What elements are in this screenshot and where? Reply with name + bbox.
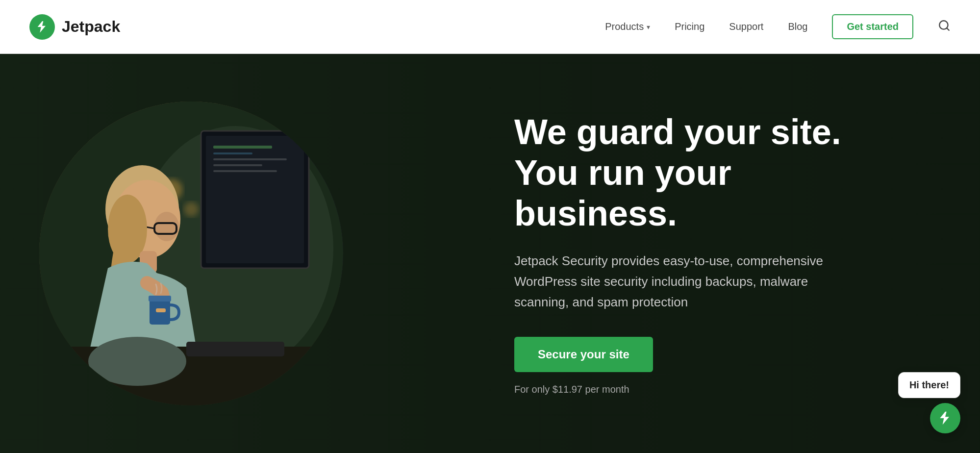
hero-section: We guard your site. You run your busines… xyxy=(0,54,980,453)
navbar: Jetpack Products ▾ Pricing Support Blog … xyxy=(0,0,980,54)
logo-text: Jetpack xyxy=(62,18,120,36)
nav-pricing[interactable]: Pricing xyxy=(675,21,704,32)
svg-rect-6 xyxy=(213,146,272,149)
search-icon[interactable] xyxy=(938,19,951,35)
svg-rect-9 xyxy=(213,164,262,166)
chevron-down-icon: ▾ xyxy=(647,23,650,31)
svg-rect-10 xyxy=(213,170,277,172)
svg-rect-5 xyxy=(206,136,304,263)
nav-blog-label: Blog xyxy=(788,21,807,32)
svg-point-26 xyxy=(88,337,186,386)
hero-headline-line1: We guard your site. xyxy=(514,112,841,151)
chat-button[interactable] xyxy=(930,403,960,433)
svg-rect-7 xyxy=(213,152,252,154)
nav-products-label: Products xyxy=(605,21,644,32)
get-started-button[interactable]: Get started xyxy=(832,14,913,39)
hero-headline-line2: You run your business. xyxy=(514,153,731,233)
nav-links: Products ▾ Pricing Support Blog Get star… xyxy=(605,14,951,39)
jetpack-logo-icon xyxy=(29,14,55,40)
svg-rect-22 xyxy=(149,296,171,302)
nav-support-label: Support xyxy=(729,21,763,32)
hero-headline: We guard your site. You run your busines… xyxy=(514,112,882,233)
svg-rect-25 xyxy=(186,342,284,356)
nav-blog[interactable]: Blog xyxy=(788,21,807,32)
svg-point-12 xyxy=(184,202,199,217)
nav-products[interactable]: Products ▾ xyxy=(605,21,650,32)
svg-rect-8 xyxy=(213,158,287,160)
secure-site-button[interactable]: Secure your site xyxy=(514,337,653,372)
price-note: For only $11.97 per month xyxy=(514,384,882,395)
svg-point-16 xyxy=(154,212,179,241)
nav-pricing-label: Pricing xyxy=(675,21,704,32)
svg-line-1 xyxy=(947,28,949,30)
hero-content: We guard your site. You run your busines… xyxy=(514,112,882,395)
logo-area[interactable]: Jetpack xyxy=(29,14,120,40)
hero-cta-group: Secure your site For only $11.97 per mon… xyxy=(514,337,882,395)
svg-rect-23 xyxy=(156,308,166,312)
hero-subtext: Jetpack Security provides easy-to-use, c… xyxy=(514,251,848,312)
nav-support[interactable]: Support xyxy=(729,21,763,32)
lightning-icon xyxy=(937,410,953,426)
chat-bubble: Hi there! xyxy=(898,372,960,398)
chat-widget: Hi there! xyxy=(898,372,960,433)
hero-image-circle xyxy=(39,101,343,405)
